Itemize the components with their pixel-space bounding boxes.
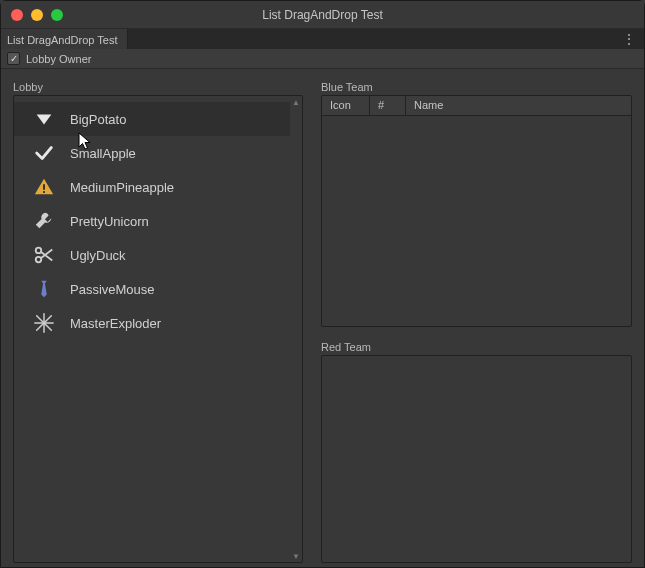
list-item[interactable]: MediumPineapple xyxy=(14,170,302,204)
red-team-listbox[interactable] xyxy=(321,355,632,563)
check-icon xyxy=(32,141,56,165)
tab-bar: List DragAndDrop Test ⋮ xyxy=(1,29,644,49)
list-item-label: BigPotato xyxy=(70,112,126,127)
list-item-label: SmallApple xyxy=(70,146,136,161)
wrench-icon xyxy=(32,209,56,233)
list-item-label: PrettyUnicorn xyxy=(70,214,149,229)
blue-team-header: Icon # Name xyxy=(322,96,631,116)
list-item[interactable]: MasterExploder xyxy=(14,306,302,340)
scissors-icon xyxy=(32,243,56,267)
zoom-window-button[interactable] xyxy=(51,9,63,21)
list-item[interactable]: UglyDuck xyxy=(14,238,302,272)
list-item-label: MasterExploder xyxy=(70,316,161,331)
kebab-icon: ⋮ xyxy=(622,31,636,47)
minimize-window-button[interactable] xyxy=(31,9,43,21)
tab-menu-button[interactable]: ⋮ xyxy=(622,32,636,46)
check-icon: ✓ xyxy=(10,54,18,64)
warning-icon xyxy=(32,175,56,199)
lobby-panel-label: Lobby xyxy=(13,81,303,93)
tab-label: List DragAndDrop Test xyxy=(7,34,117,46)
triangle-down-icon xyxy=(32,107,56,131)
snowflake-icon xyxy=(32,311,56,335)
blue-team-label: Blue Team xyxy=(321,81,632,93)
lobby-owner-label: Lobby Owner xyxy=(26,53,91,65)
scroll-up-icon[interactable]: ▲ xyxy=(290,96,302,108)
list-item[interactable]: PassiveMouse xyxy=(14,272,302,306)
tie-icon xyxy=(32,277,56,301)
svg-rect-1 xyxy=(43,191,45,193)
tab-list-draganddrop-test[interactable]: List DragAndDrop Test xyxy=(1,29,128,49)
app-window: List DragAndDrop Test List DragAndDrop T… xyxy=(0,0,645,568)
svg-rect-0 xyxy=(43,184,45,190)
options-row: ✓ Lobby Owner xyxy=(1,49,644,69)
column-header-icon[interactable]: Icon xyxy=(322,96,370,115)
lobby-panel: Lobby BigPotatoSmallAppleMediumPineapple… xyxy=(13,81,303,563)
red-team-label: Red Team xyxy=(321,341,632,353)
lobby-owner-checkbox[interactable]: ✓ xyxy=(7,52,20,65)
list-item-label: MediumPineapple xyxy=(70,180,174,195)
blue-team-listbox[interactable]: Icon # Name xyxy=(321,95,632,327)
blue-team-panel: Blue Team Icon # Name xyxy=(321,81,632,327)
list-item-label: UglyDuck xyxy=(70,248,126,263)
lobby-listbox[interactable]: BigPotatoSmallAppleMediumPineapplePretty… xyxy=(13,95,303,563)
list-item-label: PassiveMouse xyxy=(70,282,155,297)
list-item[interactable]: BigPotato xyxy=(14,102,302,136)
traffic-lights xyxy=(11,9,63,21)
column-header-number[interactable]: # xyxy=(370,96,406,115)
titlebar: List DragAndDrop Test xyxy=(1,1,644,29)
column-header-name[interactable]: Name xyxy=(406,96,631,115)
scroll-down-icon[interactable]: ▼ xyxy=(290,550,302,562)
red-team-panel: Red Team xyxy=(321,341,632,563)
main-area: Lobby BigPotatoSmallAppleMediumPineapple… xyxy=(1,69,644,567)
lobby-scrollbar[interactable]: ▲ ▼ xyxy=(290,96,302,562)
teams-column: Blue Team Icon # Name Red Team xyxy=(321,81,632,563)
list-item[interactable]: SmallApple xyxy=(14,136,302,170)
list-item[interactable]: PrettyUnicorn xyxy=(14,204,302,238)
window-title: List DragAndDrop Test xyxy=(1,8,644,22)
close-window-button[interactable] xyxy=(11,9,23,21)
